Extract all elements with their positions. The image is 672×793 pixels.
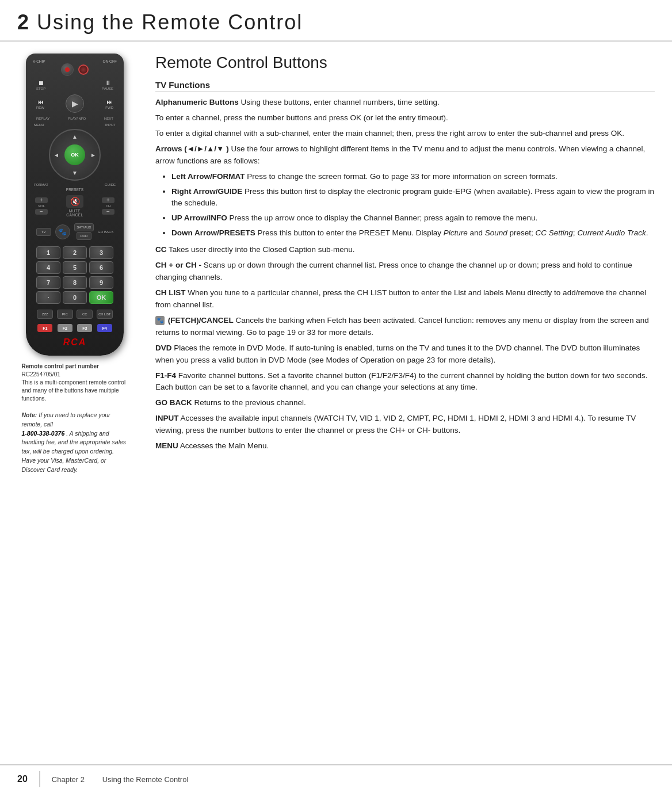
zzz-button[interactable]: ZZZ (37, 310, 53, 319)
phone-number: 1-800-338-0376 (22, 430, 65, 437)
guide-label: GUIDE (105, 183, 116, 186)
fwd-button[interactable]: ⏭ FWD (105, 98, 113, 109)
para-arrows: Arrows (◄/►/▲/▼ ) Use the four arrows to… (155, 143, 655, 167)
rec-area (30, 63, 119, 76)
num-4-button[interactable]: 4 (36, 261, 60, 274)
numpad-ok-button[interactable]: OK (89, 291, 113, 304)
transport-row-1: ⏹ STOP ⏸ PAUSE (30, 78, 119, 92)
side-labels: MENU INPUT (30, 123, 119, 127)
num-0-button[interactable]: 0 (63, 291, 87, 304)
ch-control: + CH − (102, 197, 114, 215)
remote-caption: Remote control part number RC2254705/01 … (22, 363, 128, 403)
vol-up-button[interactable]: + (35, 197, 48, 203)
page-number: 20 (17, 774, 28, 784)
play-button[interactable]: ▶ (66, 94, 84, 113)
f3-button[interactable]: F3 (77, 324, 92, 332)
vol-label: VOL (38, 204, 45, 208)
sat-aux-button[interactable]: SAT/AUX (74, 223, 94, 231)
menu-label: MENU (34, 123, 44, 127)
nav-left-arrow[interactable]: ◄ (54, 152, 59, 158)
format-label: FORMAT (34, 183, 48, 186)
note-label: Note: (22, 411, 37, 418)
footer-chapter-title: Using the Remote Control (96, 775, 188, 784)
play-info-label: PLAY/INFO (68, 117, 86, 120)
replay-label: REPLAY (36, 117, 49, 120)
para-menu: MENU Accesses the Main Menu. (155, 440, 655, 452)
rew-button[interactable]: ⏮ REW (36, 98, 44, 109)
nav-down-arrow[interactable]: ▼ (72, 170, 78, 176)
vol-ch-row: + VOL − 🔇 MUTE CANCEL + CH (30, 193, 119, 219)
para-cc: CC Takes user directly into the Closed C… (155, 244, 655, 256)
on-off-button[interactable] (78, 64, 89, 75)
rca-logo: RCA (30, 337, 119, 348)
next-label: NEXT (104, 117, 113, 120)
f2-button[interactable]: F2 (58, 324, 72, 332)
remote-top-labels: V-CHIP ON·OFF (30, 59, 119, 63)
subsection-title: TV Functions (155, 80, 655, 92)
transport-row-3: REPLAY PLAY/INFO NEXT (30, 116, 119, 121)
rec-button[interactable] (61, 63, 74, 76)
num-5-button[interactable]: 5 (63, 261, 87, 274)
cc-button[interactable]: CC (77, 310, 93, 319)
bullet-up-arrow: UP Arrow/INFO Press the up arrow once to… (171, 212, 655, 224)
rec-indicator (65, 67, 70, 72)
num-6-button[interactable]: 6 (89, 261, 113, 274)
center-icon: 🐾 (55, 224, 70, 239)
v-chip-label: V-CHIP (33, 59, 45, 63)
part-number-value: RC2254705/01 (22, 371, 60, 378)
page-header: 2 Using the Remote Control (0, 0, 672, 42)
num-3-button[interactable]: 3 (89, 246, 113, 259)
remote-body: V-CHIP ON·OFF ⏹ STOP (26, 54, 124, 356)
pic-button[interactable]: PIC (57, 310, 73, 319)
go-back-button[interactable]: GO BACK (98, 230, 113, 234)
input-label: INPUT (105, 123, 116, 127)
mode-row: TV 🐾 SAT/AUX DVD GO BACK (30, 221, 119, 242)
f1-button[interactable]: F1 (37, 324, 52, 332)
part-number-label: Remote control part number (22, 363, 99, 369)
section-title: Remote Control Buttons (155, 54, 655, 72)
ch-down-button[interactable]: − (102, 209, 114, 215)
mute-icon[interactable]: 🔇 (66, 195, 83, 208)
note-box: Note: If you need to replace your remote… (22, 411, 128, 474)
footer-chapter-label: Chapter 2 (52, 775, 85, 784)
ch-up-button[interactable]: + (102, 197, 114, 203)
para-go-back: GO BACK Returns to the previous channel. (155, 397, 655, 409)
para-enter-channel-1: To enter a channel, press the number but… (155, 112, 655, 124)
ch-label: CH (106, 204, 111, 208)
page-footer: 20 Chapter 2 Using the Remote Control (0, 764, 672, 793)
on-off-label: ON·OFF (102, 59, 117, 63)
num-7-button[interactable]: 7 (36, 276, 60, 289)
arrow-bullets: Left Arrow/FORMAT Press to change the sc… (155, 171, 655, 240)
nav-circle: ▲ ▼ ◄ ► OK (49, 129, 101, 181)
ok-button[interactable]: OK (64, 144, 85, 165)
numpad: 1 2 3 4 5 6 7 8 9 · 0 OK (30, 244, 119, 306)
num-9-button[interactable]: 9 (89, 276, 113, 289)
para-ch-list: CH LIST When you tune to a particular ch… (155, 287, 655, 311)
vol-down-button[interactable]: − (35, 209, 48, 215)
f-buttons: F1 F2 F3 F4 (30, 322, 119, 334)
ch-list-button[interactable]: CH LIST (97, 310, 113, 319)
num-1-button[interactable]: 1 (36, 246, 60, 259)
para-enter-channel-2: To enter a digital channel with a sub-ch… (155, 128, 655, 140)
remote-image: V-CHIP ON·OFF ⏹ STOP (22, 54, 128, 356)
sat-dvd-group: SAT/AUX DVD (74, 223, 94, 240)
para-dvd: DVD Places the remote in DVD Mode. If au… (155, 342, 655, 367)
f4-button[interactable]: F4 (97, 324, 112, 332)
tv-mode-button[interactable]: TV (36, 228, 51, 236)
stop-button[interactable]: ⏹ STOP (36, 79, 45, 90)
num-8-button[interactable]: 8 (63, 276, 87, 289)
dot-button[interactable]: · (36, 291, 60, 304)
pause-button[interactable]: ⏸ PAUSE (102, 79, 113, 90)
para-input: INPUT Accesses the available input chann… (155, 413, 655, 437)
footer-divider (39, 771, 40, 787)
para-fetch: 🐾 (FETCH)/CANCEL Cancels the barking whe… (155, 315, 655, 339)
nav-up-arrow[interactable]: ▲ (72, 134, 78, 140)
nav-right-arrow[interactable]: ► (90, 152, 96, 158)
page-title: 2 Using the Remote Control (17, 10, 655, 35)
dvd-button[interactable]: DVD (77, 232, 91, 240)
format-guide-labels: FORMAT GUIDE (30, 183, 119, 186)
bullet-left-arrow: Left Arrow/FORMAT Press to change the sc… (171, 171, 655, 183)
num-2-button[interactable]: 2 (63, 246, 87, 259)
para-alphanumeric: Alphanumeric Buttons Using these buttons… (155, 97, 655, 109)
para-ch-plus-minus: CH + or CH - Scans up or down through th… (155, 260, 655, 284)
